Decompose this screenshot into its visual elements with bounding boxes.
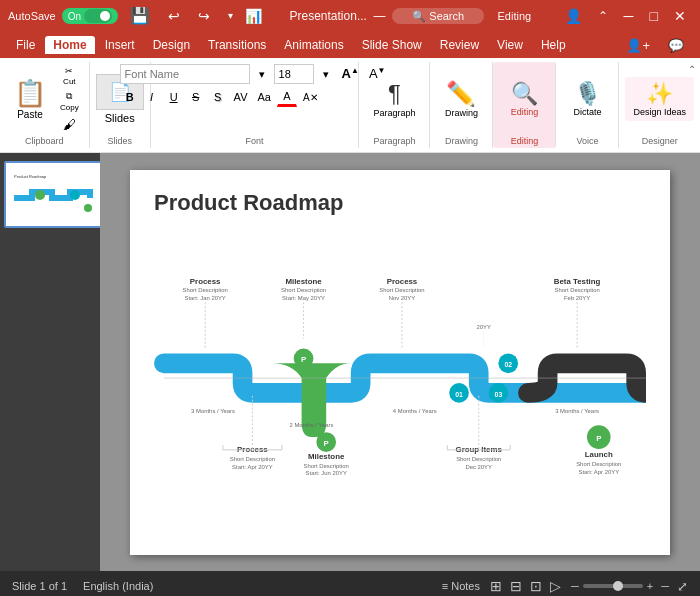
svg-text:Short Description: Short Description — [576, 460, 621, 466]
editing-content: 🔍 Editing — [499, 64, 549, 134]
status-left: Slide 1 of 1 English (India) — [12, 580, 153, 592]
copy-button[interactable]: ⧉ Copy — [56, 89, 83, 114]
font-row-2: B I U S S AV Aa A A✕ — [120, 87, 322, 107]
svg-text:Short Description: Short Description — [379, 287, 424, 293]
drawing-button[interactable]: ✏️ Drawing — [436, 76, 486, 122]
zoom-thumb — [613, 581, 623, 591]
menu-view[interactable]: View — [489, 36, 531, 54]
paragraph-button[interactable]: ¶ Paragraph — [365, 76, 423, 122]
menu-home[interactable]: Home — [45, 36, 94, 54]
clear-format-btn[interactable]: A✕ — [299, 87, 322, 107]
font-name-input[interactable] — [120, 64, 250, 84]
normal-view-btn[interactable]: ⊞ — [488, 578, 504, 594]
roadmap-svg: Process Short Description Start: Jan 20Y… — [154, 228, 646, 538]
title-bar: AutoSave On 💾 ↩ ↪ ▾ 📊 Presentation... — … — [0, 0, 700, 32]
menu-file[interactable]: File — [8, 36, 43, 54]
menu-help[interactable]: Help — [533, 36, 574, 54]
voice-label: Voice — [576, 136, 598, 146]
autosave-toggle[interactable] — [84, 9, 112, 23]
zoom-in-btn[interactable]: + — [647, 580, 653, 592]
ribbon-group-clipboard: 📋 Paste ✂ Cut ⧉ Copy 🖌 — [0, 62, 90, 148]
cut-icon: ✂ — [65, 66, 73, 76]
design-ideas-button[interactable]: ✨ Design Ideas — [625, 77, 694, 121]
font-color-btn[interactable]: A — [277, 87, 297, 107]
autosave-badge[interactable]: On — [62, 8, 118, 24]
svg-text:Short Description: Short Description — [183, 287, 228, 293]
slide-title: Product Roadmap — [154, 190, 646, 216]
redo-button[interactable]: ↪ — [192, 2, 216, 30]
change-case-btn[interactable]: Aa — [253, 87, 274, 107]
font-row-1: ▾ ▾ A▲ A▼ — [120, 64, 390, 84]
font-content: ▾ ▾ A▲ A▼ B I U S S AV Aa A A✕ — [120, 64, 390, 134]
svg-text:Short Description: Short Description — [456, 455, 501, 461]
main-slide-area: Product Roadmap Process Short Descriptio… — [100, 153, 700, 571]
paste-button[interactable]: 📋 Paste — [6, 74, 54, 124]
italic-btn[interactable]: I — [142, 87, 162, 107]
slide-panel: 1 Product Roadmap — [0, 153, 100, 571]
menu-insert[interactable]: Insert — [97, 36, 143, 54]
fit-btn[interactable]: ⤢ — [677, 579, 688, 594]
notes-button[interactable]: ≡ Notes — [442, 580, 480, 592]
menu-animations[interactable]: Animations — [276, 36, 351, 54]
status-bar: Slide 1 of 1 English (India) ≡ Notes ⊞ ⊟… — [0, 571, 700, 596]
font-size-input[interactable] — [274, 64, 314, 84]
ribbon-group-dictate: 🎙️ Dictate Voice — [556, 62, 619, 148]
grid-view-btn[interactable]: ⊟ — [508, 578, 524, 594]
paragraph-label: Paragraph — [373, 108, 415, 118]
svg-text:Start: Jun 20YY: Start: Jun 20YY — [306, 470, 347, 476]
ribbon-group-drawing: ✏️ Drawing Drawing — [430, 62, 493, 148]
svg-text:Dec 20YY: Dec 20YY — [465, 463, 492, 469]
designer-label: Designer — [642, 136, 678, 146]
svg-text:P: P — [301, 355, 306, 364]
maximize-button[interactable]: □ — [644, 2, 664, 30]
save-button[interactable]: 💾 — [124, 2, 156, 30]
menu-comments[interactable]: 💬 — [660, 36, 692, 55]
svg-text:Launch: Launch — [585, 449, 613, 458]
menu-share[interactable]: 👤+ — [618, 36, 658, 55]
undo-button[interactable]: ↩ — [162, 2, 186, 30]
dictate-button[interactable]: 🎙️ Dictate — [562, 77, 612, 121]
title-bar-left: AutoSave On 💾 ↩ ↪ ▾ 📊 — [8, 2, 262, 30]
quick-access-more[interactable]: ▾ — [222, 2, 239, 30]
svg-text:3 Months / Years: 3 Months / Years — [555, 407, 599, 413]
slides-group-label: Slides — [107, 136, 132, 146]
slide-1-thumbnail[interactable]: Product Roadmap — [4, 161, 100, 228]
svg-text:Start: Jan 20YY: Start: Jan 20YY — [185, 295, 226, 301]
reading-view-btn[interactable]: ⊡ — [528, 578, 544, 594]
menu-slideshow[interactable]: Slide Show — [354, 36, 430, 54]
svg-text:Process: Process — [237, 444, 268, 453]
roadmap-container: Process Short Description Start: Jan 20Y… — [154, 228, 646, 538]
cut-button[interactable]: ✂ Cut — [56, 64, 83, 88]
search-box[interactable]: 🔍 Search — [392, 8, 484, 24]
copy-label: Copy — [60, 103, 79, 112]
underline-btn[interactable]: U — [164, 87, 184, 107]
zoom-out-btn[interactable]: ─ — [571, 580, 579, 592]
shadow-btn[interactable]: S — [208, 87, 228, 107]
menu-design[interactable]: Design — [145, 36, 198, 54]
strikethrough-btn[interactable]: S — [186, 87, 206, 107]
svg-text:01: 01 — [455, 390, 463, 397]
minimize-button[interactable]: ─ — [618, 2, 640, 30]
slideshow-view-btn[interactable]: ▷ — [548, 578, 563, 594]
paragraph-icon: ¶ — [388, 80, 401, 108]
menu-transitions[interactable]: Transitions — [200, 36, 274, 54]
notes-label: Notes — [451, 580, 480, 592]
status-right: ≡ Notes ⊞ ⊟ ⊡ ▷ ─ + ─ ⤢ — [442, 578, 688, 594]
editing-label: Editing — [511, 107, 539, 117]
slide-canvas[interactable]: Product Roadmap Process Short Descriptio… — [130, 170, 670, 555]
font-size-dropdown-btn[interactable]: ▾ — [316, 64, 336, 84]
close-button[interactable]: ✕ — [668, 2, 692, 30]
dictate-icon: 🎙️ — [574, 81, 601, 107]
font-dropdown-btn[interactable]: ▾ — [252, 64, 272, 84]
menu-review[interactable]: Review — [432, 36, 487, 54]
format-painter-button[interactable]: 🖌 — [56, 115, 83, 134]
bold-btn[interactable]: B — [120, 87, 140, 107]
ribbon-collapse-btn[interactable]: ⌃ — [688, 62, 696, 76]
copy-icon: ⧉ — [66, 91, 72, 102]
ribbon-toggle[interactable]: ⌃ — [592, 2, 614, 30]
zoom-slider[interactable] — [583, 584, 643, 588]
char-spacing-btn[interactable]: AV — [230, 87, 252, 107]
account-button[interactable]: 👤 — [559, 2, 588, 30]
editing-button[interactable]: 🔍 Editing — [499, 77, 549, 121]
clipboard-small-btns: ✂ Cut ⧉ Copy 🖌 — [56, 64, 83, 134]
